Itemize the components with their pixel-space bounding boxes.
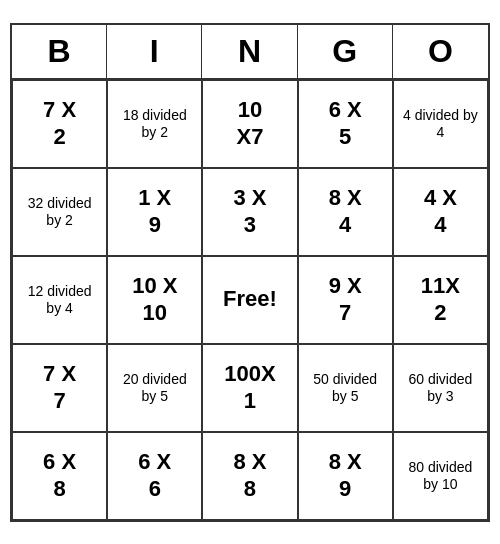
bingo-cell: 4 X4: [393, 168, 488, 256]
bingo-cell: 8 X4: [298, 168, 393, 256]
bingo-cell: 12 divided by 4: [12, 256, 107, 344]
free-cell: Free!: [202, 256, 297, 344]
bingo-cell: 80 divided by 10: [393, 432, 488, 520]
header-letter: O: [393, 25, 488, 78]
bingo-cell: 8 X8: [202, 432, 297, 520]
bingo-cell: 4 divided by 4: [393, 80, 488, 168]
header-letter: I: [107, 25, 202, 78]
header-letter: B: [12, 25, 107, 78]
bingo-cell: 7 X2: [12, 80, 107, 168]
bingo-cell: 8 X9: [298, 432, 393, 520]
bingo-cell: 50 divided by 5: [298, 344, 393, 432]
bingo-cell: 6 X5: [298, 80, 393, 168]
bingo-card: BINGO 7 X218 divided by 210X76 X54 divid…: [10, 23, 490, 522]
bingo-cell: 3 X3: [202, 168, 297, 256]
bingo-cell: 10X7: [202, 80, 297, 168]
header-letter: G: [298, 25, 393, 78]
bingo-cell: 20 divided by 5: [107, 344, 202, 432]
bingo-cell: 9 X7: [298, 256, 393, 344]
bingo-cell: 10 X10: [107, 256, 202, 344]
bingo-cell: 6 X8: [12, 432, 107, 520]
header-letter: N: [202, 25, 297, 78]
bingo-cell: 18 divided by 2: [107, 80, 202, 168]
bingo-cell: 7 X7: [12, 344, 107, 432]
bingo-cell: 32 divided by 2: [12, 168, 107, 256]
bingo-cell: 60 divided by 3: [393, 344, 488, 432]
bingo-cell: 100X1: [202, 344, 297, 432]
bingo-cell: 6 X6: [107, 432, 202, 520]
bingo-header: BINGO: [12, 25, 488, 80]
bingo-grid: 7 X218 divided by 210X76 X54 divided by …: [12, 80, 488, 520]
bingo-cell: 1 X9: [107, 168, 202, 256]
bingo-cell: 11X2: [393, 256, 488, 344]
